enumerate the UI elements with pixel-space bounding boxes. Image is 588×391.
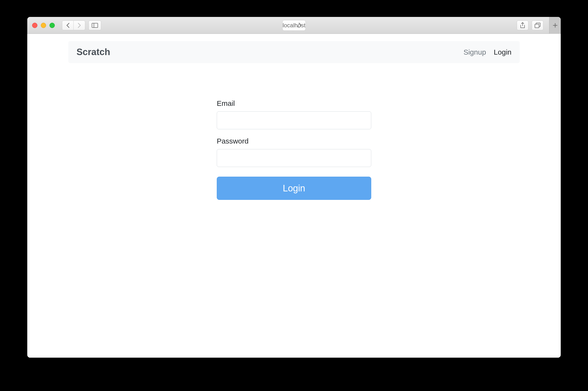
right-chrome-buttons: [517, 17, 556, 34]
share-icon: [520, 22, 525, 28]
window-controls: [32, 23, 55, 28]
page-content: Scratch Signup Login Email Password Logi…: [27, 34, 561, 358]
password-field[interactable]: [217, 149, 371, 167]
forward-button[interactable]: [74, 20, 85, 30]
brand-link[interactable]: Scratch: [76, 47, 110, 57]
email-group: Email: [217, 99, 371, 129]
share-button[interactable]: [517, 20, 528, 30]
new-tab-button[interactable]: [549, 17, 561, 34]
sidebar-icon: [92, 23, 98, 28]
email-field[interactable]: [217, 111, 371, 129]
password-label: Password: [217, 137, 371, 145]
browser-chrome: localhost: [27, 17, 561, 34]
login-button[interactable]: Login: [217, 177, 371, 200]
address-text: localhost: [283, 22, 306, 29]
nav-links: Signup Login: [463, 48, 512, 56]
signup-link[interactable]: Signup: [463, 48, 486, 56]
address-bar[interactable]: localhost: [282, 20, 306, 31]
nav-buttons-group: [62, 20, 85, 30]
login-link[interactable]: Login: [494, 48, 512, 56]
tabs-icon: [535, 23, 540, 28]
maximize-window-button[interactable]: [50, 23, 55, 28]
back-button[interactable]: [62, 20, 74, 30]
tabs-button[interactable]: [532, 20, 543, 30]
password-group: Password: [217, 137, 371, 167]
sidebar-toggle-button[interactable]: [89, 20, 101, 30]
login-form: Email Password Login: [217, 99, 371, 200]
minimize-window-button[interactable]: [41, 23, 46, 28]
refresh-icon: [296, 22, 302, 28]
email-label: Email: [217, 99, 371, 107]
svg-rect-0: [92, 23, 98, 27]
browser-window: localhost Scratch Signup Login: [27, 17, 561, 358]
plus-icon: [553, 23, 558, 28]
refresh-button[interactable]: [296, 22, 302, 28]
close-window-button[interactable]: [32, 23, 37, 28]
chevron-left-icon: [66, 23, 69, 28]
chevron-right-icon: [78, 23, 81, 28]
navbar: Scratch Signup Login: [68, 41, 520, 63]
svg-rect-2: [535, 24, 539, 28]
